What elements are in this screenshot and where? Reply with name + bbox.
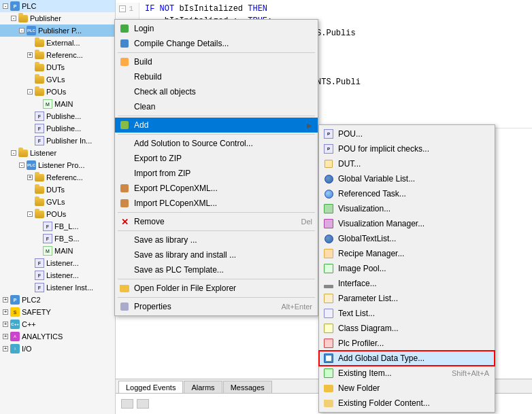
menu-item-text-list[interactable]: Text List...: [319, 306, 495, 321]
tab-alarms[interactable]: Alarms: [184, 381, 222, 393]
tree-label-plc: PLC: [22, 2, 36, 10]
menu-item-image-pool[interactable]: Image Pool...: [319, 261, 495, 276]
tree-item-listener-in[interactable]: F Listener Inst...: [0, 281, 115, 294]
menu-item-param-list[interactable]: Parameter List...: [319, 291, 495, 306]
tree-item-plc[interactable]: - P PLC: [0, 0, 115, 12]
expand-io[interactable]: +: [3, 346, 8, 351]
tree-item-fb-s[interactable]: F FB_S...: [0, 232, 115, 245]
export-plo-icon: [119, 183, 130, 194]
menu-item-export-zip[interactable]: Export to ZIP: [115, 151, 318, 166]
expand-reference2[interactable]: +: [27, 175, 33, 180]
tree-item-publisher[interactable]: - Publisher: [0, 12, 115, 24]
tree-item-main[interactable]: M MAIN: [0, 98, 115, 110]
tab-logged-events[interactable]: Logged Events: [118, 381, 183, 393]
menu-item-ref-task[interactable]: Referenced Task...: [319, 186, 495, 201]
expand-safety[interactable]: +: [3, 309, 8, 315]
expand-reference[interactable]: +: [27, 52, 33, 58]
menu-item-remove[interactable]: ✕ Remove Del: [115, 214, 318, 229]
tree-item-pous[interactable]: - POUs: [0, 86, 115, 98]
menu-item-export-plo[interactable]: Export PLCopenXML...: [115, 181, 318, 196]
expand-analytics[interactable]: +: [3, 334, 8, 339]
expand-publisher[interactable]: -: [11, 16, 16, 21]
menu-label-interface: Interface...: [338, 279, 377, 288]
menu-item-clean[interactable]: Clean: [115, 99, 318, 114]
expand-pous2[interactable]: -: [27, 211, 33, 217]
bottom-clear-icon[interactable]: [137, 399, 149, 409]
gvl-icon-sm: [323, 173, 334, 184]
menu-item-import-plo[interactable]: Import PLCopenXML...: [115, 196, 318, 211]
tree-item-reference2[interactable]: + Referenc...: [0, 171, 115, 184]
menu-item-properties[interactable]: Properties Alt+Enter: [115, 299, 318, 314]
menu-item-save-plc-template[interactable]: Save as PLC Template...: [115, 262, 318, 277]
tab-messages[interactable]: Messages: [223, 381, 272, 393]
tree-item-gvls[interactable]: GVLs: [0, 73, 115, 86]
expand-plc2[interactable]: +: [3, 297, 8, 303]
menu-item-dut[interactable]: DUT...: [319, 156, 495, 171]
tree-item-publishe3[interactable]: F Publishe...: [0, 122, 115, 135]
separator-5: [118, 230, 315, 231]
menu-item-compile-change[interactable]: Compile Change Details...: [115, 36, 318, 51]
collapse-code[interactable]: −: [119, 5, 126, 12]
menu-item-class-diagram[interactable]: Class Diagram...: [319, 321, 495, 336]
existing-item-icon-sm: [323, 368, 334, 379]
menu-item-pou[interactable]: P POU...: [319, 126, 495, 141]
menu-item-add[interactable]: Add ▶: [115, 118, 318, 133]
tree-item-listener2[interactable]: F Listener...: [0, 257, 115, 269]
expand-plc[interactable]: -: [3, 3, 8, 9]
menu-item-existing-item[interactable]: Existing Item... Shift+Alt+A: [319, 366, 495, 381]
menu-item-save-library[interactable]: Save as library ...: [115, 232, 318, 247]
menu-item-gvl[interactable]: Global Variable List...: [319, 171, 495, 186]
tree-item-publisher-p[interactable]: - PLC Publisher P...: [0, 24, 115, 37]
tree-item-plc2[interactable]: + P PLC2: [0, 294, 115, 306]
menu-item-login[interactable]: Login: [115, 21, 318, 36]
tree-item-publisher-in[interactable]: F Publisher In...: [0, 135, 115, 147]
expand-publisher-p[interactable]: -: [19, 28, 24, 33]
menu-item-existing-folder[interactable]: Existing Folder Content...: [319, 396, 495, 411]
interface-icon-sm: [323, 278, 334, 289]
plc-icon: P: [10, 1, 20, 12]
menu-item-interface[interactable]: Interface...: [319, 276, 495, 291]
bottom-filter-icon[interactable]: [121, 399, 133, 409]
tree-item-duts[interactable]: DUTs: [0, 61, 115, 73]
menu-item-visualization[interactable]: Visualization...: [319, 201, 495, 216]
expand-pous[interactable]: -: [27, 89, 33, 94]
expand-cpp[interactable]: +: [3, 322, 8, 327]
menu-item-plc-profiler[interactable]: Plc Profiler...: [319, 336, 495, 351]
tree-item-main2[interactable]: M MAIN: [0, 245, 115, 257]
menu-item-open-folder[interactable]: Open Folder in File Explorer: [115, 281, 318, 296]
menu-item-import-zip[interactable]: Import from ZIP: [115, 166, 318, 181]
menu-item-add-solution[interactable]: Add Solution to Source Control...: [115, 136, 318, 151]
tree-item-gvls2[interactable]: GVLs: [0, 196, 115, 208]
tree-item-safety[interactable]: + S SAFETY: [0, 306, 115, 318]
menu-item-save-library-install[interactable]: Save as library and install ...: [115, 247, 318, 262]
menu-label-remove: Remove: [134, 217, 165, 226]
menu-label-rebuild: Rebuild: [134, 72, 162, 82]
menu-item-rebuild[interactable]: Rebuild: [115, 69, 318, 84]
menu-item-recipe-manager[interactable]: Recipe Manager...: [319, 246, 495, 261]
expand-listener[interactable]: -: [11, 150, 16, 156]
menu-item-new-folder[interactable]: New Folder: [319, 381, 495, 396]
menu-label-recipe-manager: Recipe Manager...: [338, 249, 404, 258]
tree-item-io[interactable]: + I I/O: [0, 343, 115, 355]
menu-item-pou-implicit[interactable]: P POU for implicit checks...: [319, 141, 495, 156]
tree-item-pous2[interactable]: - POUs: [0, 208, 115, 220]
tree-item-listener-pro[interactable]: - PLC Listener Pro...: [0, 159, 115, 171]
tree-item-analytics[interactable]: + A ANALYTICS: [0, 330, 115, 343]
pous-icon: [34, 86, 45, 97]
tree-item-reference[interactable]: + Referenc...: [0, 49, 115, 61]
menu-item-global-text[interactable]: GlobalTextList...: [319, 231, 495, 246]
menu-item-check-all[interactable]: Check all objects: [115, 84, 318, 99]
expand-listener-pro[interactable]: -: [19, 162, 24, 168]
tree-label-listener2: Listener...: [46, 259, 79, 267]
safety-icon: S: [10, 307, 20, 317]
tree-item-listener3[interactable]: F Listener...: [0, 269, 115, 281]
menu-item-build[interactable]: Build: [115, 54, 318, 69]
tree-item-fb-l[interactable]: F FB_L...: [0, 220, 115, 232]
menu-item-add-global-data-type[interactable]: Add Global Data Type...: [319, 351, 495, 366]
tree-item-listener[interactable]: - Listener: [0, 147, 115, 159]
tree-item-cpp[interactable]: + C++ C++: [0, 318, 115, 330]
tree-item-external[interactable]: External...: [0, 37, 115, 49]
tree-item-publishe2[interactable]: F Publishe...: [0, 110, 115, 122]
tree-item-duts2[interactable]: DUTs: [0, 184, 115, 196]
menu-item-viz-manager[interactable]: Visualization Manager...: [319, 216, 495, 231]
